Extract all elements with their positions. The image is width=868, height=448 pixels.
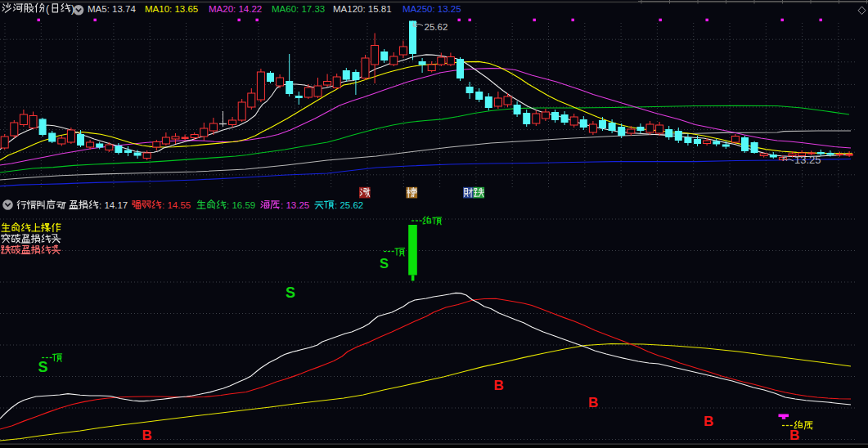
svg-text:: 25.62: : 25.62 <box>335 200 363 210</box>
svg-text:13.25: 13.25 <box>794 154 821 166</box>
svg-text:MA120: 15.81: MA120: 15.81 <box>333 4 392 14</box>
svg-text:S: S <box>380 256 389 271</box>
svg-text:B: B <box>494 378 504 393</box>
svg-text:B: B <box>789 428 799 443</box>
svg-text:S: S <box>286 284 295 301</box>
svg-text:25.62: 25.62 <box>425 22 448 32</box>
svg-text:: 14.55: : 14.55 <box>162 200 191 210</box>
svg-text:: 14.17: : 14.17 <box>99 200 128 210</box>
svg-text:S: S <box>38 359 48 375</box>
svg-text:MA5: 13.74: MA5: 13.74 <box>88 4 136 14</box>
svg-text:B: B <box>588 395 598 410</box>
svg-text:MA250: 13.25: MA250: 13.25 <box>403 4 461 14</box>
svg-text:B: B <box>704 414 713 429</box>
svg-text:: 16.59: : 16.59 <box>227 200 255 210</box>
svg-text:B: B <box>142 428 152 443</box>
svg-text:MA20: 14.22: MA20: 14.22 <box>209 4 262 14</box>
svg-text:: 13.25: : 13.25 <box>281 200 309 210</box>
svg-text:MA10: 13.65: MA10: 13.65 <box>145 4 198 14</box>
svg-text:MA60: 17.33: MA60: 17.33 <box>272 4 325 14</box>
